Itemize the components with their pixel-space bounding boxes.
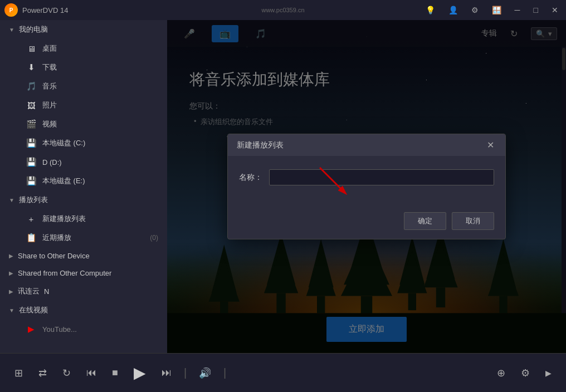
sidebar-item-label: 本地磁盘 (C:) [42, 138, 85, 148]
sidebar-item-label: 照片 [42, 100, 57, 110]
sidebar-item-label: D (D:) [42, 158, 62, 166]
play-button[interactable]: ▶ [130, 361, 149, 384]
desktop-icon: 🖥 [26, 44, 37, 53]
chevron-right-icon: ▶ [9, 270, 13, 276]
sidebar-item-downloads[interactable]: ⬇ 下载 [0, 58, 167, 77]
player-settings-button[interactable]: ⚙ [518, 365, 533, 381]
title-bar-right: 💡 👤 ⚙ 🪟 ─ □ ✕ [422, 4, 562, 16]
expand-button[interactable]: ▶ [542, 366, 555, 380]
sidebar-item-label: 视频 [42, 119, 57, 129]
sidebar-item-label: 新建播放列表 [42, 214, 86, 224]
chevron-right-icon: ▶ [9, 288, 13, 295]
video-icon: 🎬 [26, 119, 37, 129]
app-title: PowerDVD 14 [22, 6, 68, 14]
sidebar-item-music[interactable]: 🎵 音乐 [0, 77, 167, 96]
watermark: www.pc0359.cn [261, 7, 304, 13]
sidebar: ▼ 我的电脑 🖥 桌面 ⬇ 下载 🎵 音乐 🖼 照片 🎬 视频 💾 本地磁盘 (… [0, 20, 167, 353]
grid-button[interactable]: ⊞ [11, 365, 26, 381]
sidebar-shared-label: Shared from Other Computer [18, 269, 111, 277]
sidebar-item-drive-c[interactable]: 💾 本地磁盘 (C:) [0, 134, 167, 153]
zoom-button[interactable]: ⊕ [494, 365, 509, 381]
bottom-player: ⊞ ⇄ ↻ ⏮ ■ ▶ ⏭ | 🔊 | ⊕ ⚙ ▶ [0, 353, 566, 392]
dialog-cancel-button[interactable]: 取消 [452, 212, 494, 230]
sidebar-item-recent-play[interactable]: 📋 近期播放 (0) [0, 228, 167, 247]
sidebar-item-drive-d[interactable]: 💾 D (D:) [0, 153, 167, 171]
dialog-close-button[interactable]: ✕ [485, 140, 496, 150]
sidebar-item-new-playlist[interactable]: + 新建播放列表 [0, 209, 167, 228]
chevron-down-icon: ▼ [9, 27, 14, 33]
title-bar: P PowerDVD 14 www.pc0359.cn 💡 👤 ⚙ 🪟 ─ □ … [0, 0, 566, 20]
sidebar-item-videos[interactable]: 🎬 视频 [0, 115, 167, 134]
add-icon: + [26, 214, 37, 224]
shuffle-button[interactable]: ⇄ [35, 365, 50, 381]
dialog-title: 新建播放列表 [237, 140, 284, 150]
dialog-name-input[interactable] [269, 169, 494, 185]
sidebar-item-photos[interactable]: 🖼 照片 [0, 96, 167, 115]
sidebar-item-label: YouTube... [42, 325, 77, 334]
next-button[interactable]: ⏭ [158, 365, 175, 381]
drive-icon: 💾 [26, 157, 37, 167]
dialog-title-bar: 新建播放列表 ✕ [228, 134, 505, 156]
sidebar-item-desktop[interactable]: 🖥 桌面 [0, 39, 167, 58]
sidebar-online-video-label: 在线视频 [19, 305, 48, 315]
photos-icon: 🖼 [26, 101, 37, 110]
main-layout: ▼ 我的电脑 🖥 桌面 ⬇ 下载 🎵 音乐 🖼 照片 🎬 视频 💾 本地磁盘 (… [0, 20, 566, 353]
chevron-right-icon: ▶ [9, 253, 13, 259]
dialog-overlay: 新建播放列表 ✕ 名称： 确定 取消 [167, 20, 566, 353]
dialog-name-label: 名称： [239, 173, 262, 183]
sidebar-item-label: 音乐 [42, 81, 57, 91]
app-logo: P [4, 3, 18, 17]
sidebar-online-video[interactable]: ▼ 在线视频 [0, 301, 167, 320]
dialog-body: 名称： [228, 156, 505, 212]
recent-play-count: (0) [150, 234, 158, 242]
sidebar-shared-from-computer[interactable]: ▶ Shared from Other Computer [0, 264, 167, 282]
sidebar-my-computer-label: 我的电脑 [19, 24, 48, 35]
dialog-ok-button[interactable]: 确定 [404, 212, 446, 230]
dialog-name-row: 名称： [239, 169, 494, 185]
divider-1: | [184, 366, 187, 379]
sidebar-item-label: 近期播放 [42, 233, 71, 243]
window-icon[interactable]: 🪟 [489, 4, 505, 16]
stop-button[interactable]: ■ [109, 365, 121, 381]
chevron-down-icon: ▼ [9, 307, 14, 313]
repeat-button[interactable]: ↻ [59, 365, 74, 381]
drive-icon: 💾 [26, 138, 37, 148]
title-bar-left: P PowerDVD 14 [4, 3, 68, 17]
close-button[interactable]: ✕ [548, 4, 562, 16]
sidebar-item-label: 桌面 [42, 43, 57, 53]
minimize-button[interactable]: ─ [511, 4, 524, 16]
maximize-button[interactable]: □ [530, 4, 541, 16]
user-icon[interactable]: 👤 [445, 4, 461, 16]
chevron-down-icon: ▼ [9, 197, 14, 203]
sidebar-item-label: 本地磁盘 (E:) [42, 176, 85, 186]
sidebar-item-youtube[interactable]: ▶ YouTube... [0, 320, 167, 339]
drive-icon: 💾 [26, 176, 37, 186]
download-icon: ⬇ [26, 62, 37, 72]
sidebar-share-to-device[interactable]: ▶ Share to Other Device [0, 247, 167, 264]
sidebar-share-label: Share to Other Device [18, 252, 90, 260]
volume-button[interactable]: 🔊 [196, 365, 214, 381]
xunliangyun-badge: N [44, 287, 49, 296]
sidebar-xunliangyun[interactable]: ▶ 讯连云 N [0, 282, 167, 301]
youtube-icon: ▶ [26, 324, 37, 334]
sidebar-playlist[interactable]: ▼ 播放列表 [0, 190, 167, 209]
music-icon: 🎵 [26, 81, 37, 91]
content-area: 🎤 📺 🎵 专辑 ↻ 🔍 ▾ 将音乐添加到媒体库 您可以： 亲访组织您的音乐文件… [167, 20, 566, 353]
sidebar-playlist-label: 播放列表 [19, 195, 48, 205]
dialog-footer: 确定 取消 [228, 212, 505, 239]
sidebar-item-drive-e[interactable]: 💾 本地磁盘 (E:) [0, 171, 167, 190]
recent-icon: 📋 [26, 233, 37, 243]
settings-icon[interactable]: ⚙ [468, 4, 482, 16]
lightbulb-icon[interactable]: 💡 [422, 4, 438, 16]
prev-button[interactable]: ⏮ [83, 365, 100, 381]
divider-2: | [223, 366, 226, 379]
new-playlist-dialog: 新建播放列表 ✕ 名称： 确定 取消 [227, 134, 506, 239]
sidebar-xunliangyun-label: 讯连云 [18, 286, 40, 296]
sidebar-my-computer[interactable]: ▼ 我的电脑 [0, 20, 167, 39]
sidebar-item-label: 下载 [42, 62, 57, 72]
